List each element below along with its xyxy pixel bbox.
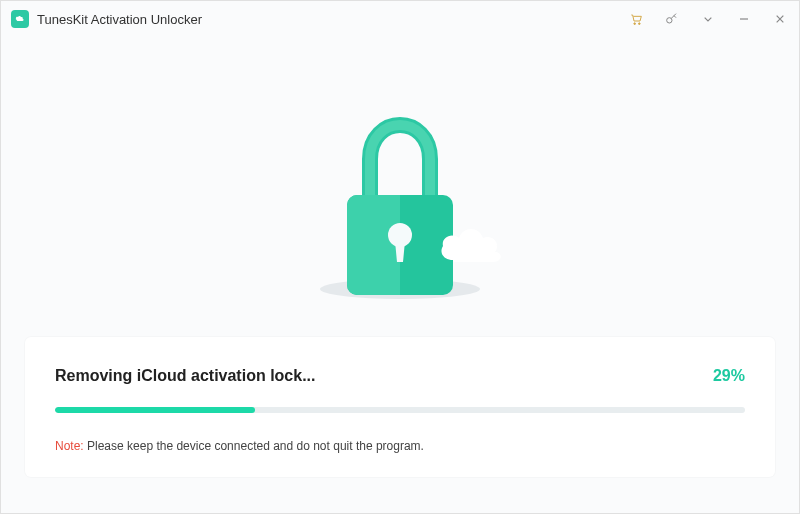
titlebar: TunesKit Activation Unlocker <box>1 1 799 37</box>
status-row: Removing iCloud activation lock... 29% <box>55 367 745 385</box>
progress-panel: Removing iCloud activation lock... 29% N… <box>25 337 775 477</box>
lock-icon <box>325 107 475 307</box>
svg-point-1 <box>639 23 641 25</box>
svg-point-0 <box>634 23 636 25</box>
note-label: Note: <box>55 439 84 453</box>
cloud-icon <box>435 222 505 267</box>
minimize-button[interactable] <box>735 10 753 28</box>
lock-illustration <box>280 67 520 307</box>
progress-bar <box>55 407 745 413</box>
note-row: Note: Please keep the device connected a… <box>55 439 745 453</box>
app-title: TunesKit Activation Unlocker <box>37 12 627 27</box>
cart-icon[interactable] <box>627 10 645 28</box>
close-button[interactable] <box>771 10 789 28</box>
progress-percent: 29% <box>713 367 745 385</box>
svg-point-2 <box>667 18 672 23</box>
key-icon[interactable] <box>663 10 681 28</box>
main-area: Removing iCloud activation lock... 29% N… <box>1 37 799 513</box>
note-text: Please keep the device connected and do … <box>84 439 424 453</box>
window-controls <box>627 10 789 28</box>
chevron-down-icon[interactable] <box>699 10 717 28</box>
progress-fill <box>55 407 255 413</box>
app-logo-icon <box>11 10 29 28</box>
status-text: Removing iCloud activation lock... <box>55 367 315 385</box>
